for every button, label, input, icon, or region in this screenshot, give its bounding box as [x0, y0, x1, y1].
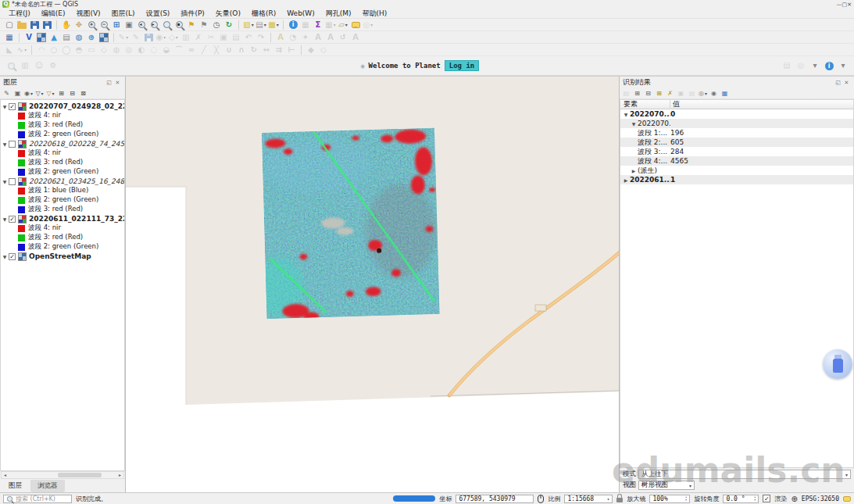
- band-item[interactable]: 波段 3: red (Red): [1, 233, 124, 242]
- messages-icon[interactable]: [843, 496, 851, 502]
- band-item[interactable]: 波段 3: red (Red): [1, 120, 124, 130]
- layer-checkbox[interactable]: [9, 141, 16, 148]
- layer-item[interactable]: ▼20220618_020228_74_245d: [1, 139, 124, 148]
- band-item[interactable]: 波段 1: blue (Blue): [1, 186, 124, 195]
- layer-name[interactable]: 20220707_024928_02_2254: [29, 102, 124, 110]
- layer-checkbox[interactable]: [9, 103, 16, 110]
- rotation-input[interactable]: 0.0 °: [723, 495, 759, 503]
- menu-settings[interactable]: 设置(S): [141, 9, 176, 19]
- statistics-summary-button[interactable]: Σ: [312, 19, 324, 31]
- new-project-button[interactable]: ▢: [3, 19, 16, 31]
- band-item[interactable]: 波段 4: nir: [1, 111, 124, 120]
- zoom-out-button[interactable]: −: [98, 19, 110, 31]
- coordinate-input[interactable]: 677589, 5430979: [456, 495, 534, 503]
- zoom-native-button[interactable]: ▣: [123, 19, 135, 31]
- open-project-button[interactable]: [16, 19, 28, 31]
- show-bookmarks-button[interactable]: ⚑: [198, 19, 210, 31]
- add-delimited-text-layer-button[interactable]: ▤: [60, 31, 73, 44]
- result-row[interactable]: ▶2022061...1: [620, 175, 853, 184]
- expander-icon[interactable]: ▼: [1, 179, 9, 184]
- layer-item[interactable]: ▼20220611_022111_73_2262: [1, 214, 124, 223]
- data-source-manager-button[interactable]: ▦: [3, 31, 16, 44]
- menu-plugins[interactable]: 插件(P): [175, 9, 209, 19]
- layer-name[interactable]: 20220621_023425_16_2489: [29, 177, 124, 185]
- layer-name[interactable]: 20220611_022111_73_2262: [29, 215, 124, 223]
- add-postgis-layer-button[interactable]: ◍: [73, 31, 85, 44]
- minimize-button[interactable]: —: [837, 2, 842, 8]
- result-row[interactable]: 波段 1:...196: [620, 128, 853, 138]
- band-item[interactable]: 波段 2: green (Green): [1, 242, 124, 252]
- select-by-value-button[interactable]: ▤: [255, 19, 267, 31]
- scroll-left-icon[interactable]: ◂: [2, 472, 9, 478]
- spinner-icon[interactable]: [685, 495, 687, 502]
- filter-by-expression-button[interactable]: ▽: [45, 88, 55, 98]
- layers-horizontal-scrollbar[interactable]: ◂ ▸: [1, 471, 124, 479]
- clear-results-button[interactable]: ✗: [665, 88, 675, 98]
- float-panel-icon[interactable]: ◱: [105, 80, 113, 86]
- add-raster-layer-button[interactable]: [35, 31, 48, 44]
- collapse-all-button[interactable]: ⊟: [67, 88, 77, 98]
- expander-icon[interactable]: ▼: [1, 216, 9, 222]
- add-mesh-layer-button[interactable]: ▲: [48, 31, 60, 44]
- close-button[interactable]: ✕: [847, 2, 852, 8]
- tab-browser[interactable]: 浏览器: [30, 480, 65, 492]
- temporal-controller-button[interactable]: ◷: [210, 19, 223, 31]
- measure-button[interactable]: ▱: [337, 19, 349, 31]
- auto-open-form-button[interactable]: ◉: [709, 88, 719, 98]
- result-row[interactable]: 波段 3:...284: [620, 147, 853, 156]
- result-row[interactable]: ▶(派生): [620, 166, 853, 175]
- result-row[interactable]: ▼2022070...: [620, 119, 853, 128]
- collapse-tree-button[interactable]: ⊟: [643, 88, 653, 98]
- layer-item[interactable]: ▼20220707_024928_02_2254: [1, 102, 124, 111]
- planet-dropdown-left-button[interactable]: ▾: [809, 59, 821, 72]
- layer-checkbox[interactable]: [9, 178, 16, 185]
- zoom-in-button[interactable]: +: [85, 19, 98, 31]
- usb-overlay-button[interactable]: [823, 349, 852, 379]
- float-panel-icon[interactable]: ◱: [834, 80, 842, 86]
- filter-legend-button[interactable]: ▽: [34, 88, 45, 98]
- menu-mesh[interactable]: 网孔(M): [320, 9, 357, 19]
- layer-name[interactable]: 20220618_020228_74_245d: [29, 140, 124, 148]
- planet-dropdown-right-button[interactable]: ▾: [837, 59, 849, 72]
- tab-layers[interactable]: 图层: [2, 480, 29, 492]
- menu-layer[interactable]: 图层(L): [106, 9, 141, 19]
- zoom-to-selection-button[interactable]: ▪: [173, 19, 185, 31]
- menu-view[interactable]: 视图(V): [70, 9, 105, 19]
- refresh-map-button[interactable]: ↻: [223, 19, 235, 31]
- pan-to-selection-button[interactable]: ✥: [73, 19, 85, 31]
- manage-map-themes-button[interactable]: ◉: [23, 88, 34, 98]
- expand-all-button[interactable]: ⊞: [56, 88, 66, 98]
- expander-icon[interactable]: ▼: [1, 254, 9, 259]
- deselect-features-button[interactable]: ▩: [267, 19, 280, 31]
- identify-help-button[interactable]: ▦: [720, 88, 730, 98]
- scroll-right-icon[interactable]: ▸: [116, 472, 123, 478]
- crs-status[interactable]: EPSG:32650: [802, 495, 839, 502]
- add-xyz-layer-button[interactable]: [98, 31, 110, 44]
- band-item[interactable]: 波段 3: red (Red): [1, 205, 124, 214]
- expander-icon[interactable]: ▼: [1, 141, 9, 147]
- band-item[interactable]: 波段 2: green (Green): [1, 130, 124, 139]
- band-item[interactable]: 波段 2: green (Green): [1, 195, 124, 205]
- remove-layer-button[interactable]: ⊠: [78, 88, 88, 98]
- save-project-as-button[interactable]: [41, 19, 53, 31]
- menu-vector[interactable]: 矢量(O): [210, 9, 246, 19]
- band-item[interactable]: 波段 4: nir: [1, 223, 124, 233]
- expand-new-results-button[interactable]: ⊞: [654, 88, 664, 98]
- select-features-button[interactable]: ▧: [242, 19, 255, 31]
- magnifier-input[interactable]: 100%: [649, 495, 690, 503]
- map-canvas[interactable]: [125, 77, 620, 492]
- band-item[interactable]: 波段 2: green (Green): [1, 167, 124, 177]
- identify-features-button[interactable]: i: [287, 19, 299, 31]
- mouse-extents-icon[interactable]: [538, 495, 544, 503]
- result-row[interactable]: ▼2022070...0: [620, 109, 853, 119]
- zoom-next-button[interactable]: ▸: [148, 19, 160, 31]
- render-checkbox[interactable]: [763, 495, 770, 502]
- zoom-to-layer-button[interactable]: [160, 19, 173, 31]
- result-row[interactable]: 波段 4:...4565: [620, 156, 853, 166]
- scrollbar-thumb[interactable]: [58, 473, 102, 477]
- expander-icon[interactable]: ▼: [622, 112, 630, 117]
- status-search-input[interactable]: 搜索 (Ctrl+K): [3, 495, 72, 503]
- menu-project[interactable]: 工程(J): [3, 9, 36, 19]
- identify-mode-button[interactable]: ◎: [698, 88, 708, 98]
- expander-icon[interactable]: ▶: [622, 177, 630, 183]
